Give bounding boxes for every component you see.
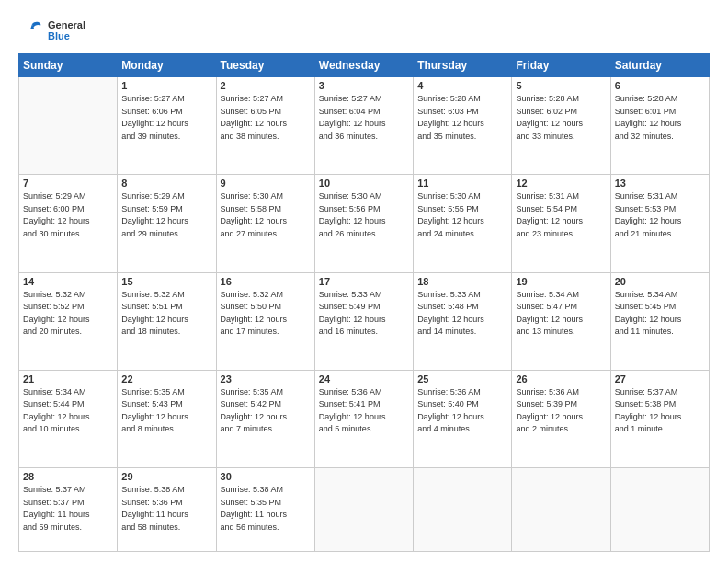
calendar-cell: 18Sunrise: 5:33 AM Sunset: 5:48 PM Dayli… — [414, 272, 512, 370]
day-number: 6 — [615, 80, 705, 91]
day-info: Sunrise: 5:30 AM Sunset: 5:58 PM Dayligh… — [221, 190, 311, 240]
day-info: Sunrise: 5:28 AM Sunset: 6:01 PM Dayligh… — [615, 93, 705, 143]
weekday-header-friday: Friday — [512, 54, 610, 77]
weekday-header-wednesday: Wednesday — [314, 54, 413, 77]
calendar-cell: 16Sunrise: 5:32 AM Sunset: 5:50 PM Dayli… — [216, 272, 314, 370]
weekday-header-row: SundayMondayTuesdayWednesdayThursdayFrid… — [19, 54, 710, 77]
weekday-header-saturday: Saturday — [610, 54, 709, 77]
calendar-cell: 25Sunrise: 5:36 AM Sunset: 5:40 PM Dayli… — [414, 370, 512, 467]
calendar-week-2: 14Sunrise: 5:32 AM Sunset: 5:52 PM Dayli… — [19, 272, 710, 370]
calendar-cell: 6Sunrise: 5:28 AM Sunset: 6:01 PM Daylig… — [610, 77, 709, 175]
day-info: Sunrise: 5:36 AM Sunset: 5:39 PM Dayligh… — [516, 386, 606, 436]
day-info: Sunrise: 5:38 AM Sunset: 5:36 PM Dayligh… — [121, 484, 211, 534]
calendar-cell: 13Sunrise: 5:31 AM Sunset: 5:53 PM Dayli… — [610, 175, 709, 272]
day-number: 24 — [319, 373, 409, 385]
day-info: Sunrise: 5:31 AM Sunset: 5:54 PM Dayligh… — [516, 190, 606, 240]
calendar-cell: 24Sunrise: 5:36 AM Sunset: 5:41 PM Dayli… — [314, 370, 413, 467]
day-number: 12 — [516, 178, 606, 189]
calendar-table: SundayMondayTuesdayWednesdayThursdayFrid… — [18, 53, 710, 552]
day-number: 5 — [516, 80, 606, 91]
logo-general: General — [48, 19, 85, 30]
day-number: 13 — [615, 178, 705, 189]
day-info: Sunrise: 5:28 AM Sunset: 6:02 PM Dayligh… — [516, 93, 606, 143]
day-info: Sunrise: 5:34 AM Sunset: 5:47 PM Dayligh… — [516, 289, 606, 339]
calendar-cell: 7Sunrise: 5:29 AM Sunset: 6:00 PM Daylig… — [19, 175, 118, 272]
day-info: Sunrise: 5:32 AM Sunset: 5:52 PM Dayligh… — [23, 289, 113, 339]
logo-bird-icon — [18, 17, 46, 44]
day-number: 28 — [23, 471, 113, 482]
calendar-cell: 30Sunrise: 5:38 AM Sunset: 5:35 PM Dayli… — [216, 468, 314, 552]
calendar-cell: 20Sunrise: 5:34 AM Sunset: 5:45 PM Dayli… — [610, 272, 709, 370]
day-info: Sunrise: 5:37 AM Sunset: 5:38 PM Dayligh… — [615, 386, 705, 436]
day-info: Sunrise: 5:34 AM Sunset: 5:44 PM Dayligh… — [23, 386, 113, 436]
calendar-cell: 22Sunrise: 5:35 AM Sunset: 5:43 PM Dayli… — [118, 370, 216, 467]
day-info: Sunrise: 5:38 AM Sunset: 5:35 PM Dayligh… — [221, 484, 311, 534]
day-number: 19 — [516, 276, 606, 287]
day-info: Sunrise: 5:33 AM Sunset: 5:48 PM Dayligh… — [417, 289, 507, 339]
calendar-cell: 17Sunrise: 5:33 AM Sunset: 5:49 PM Dayli… — [314, 272, 413, 370]
calendar-cell: 21Sunrise: 5:34 AM Sunset: 5:44 PM Dayli… — [19, 370, 118, 467]
calendar-cell: 28Sunrise: 5:37 AM Sunset: 5:37 PM Dayli… — [19, 468, 118, 552]
calendar-cell — [512, 468, 610, 552]
day-number: 10 — [319, 178, 409, 189]
weekday-header-thursday: Thursday — [414, 54, 512, 77]
calendar-week-1: 7Sunrise: 5:29 AM Sunset: 6:00 PM Daylig… — [19, 175, 710, 272]
day-number: 15 — [121, 276, 211, 287]
day-info: Sunrise: 5:31 AM Sunset: 5:53 PM Dayligh… — [615, 190, 705, 240]
day-info: Sunrise: 5:34 AM Sunset: 5:45 PM Dayligh… — [615, 289, 705, 339]
calendar-cell: 23Sunrise: 5:35 AM Sunset: 5:42 PM Dayli… — [216, 370, 314, 467]
day-info: Sunrise: 5:32 AM Sunset: 5:50 PM Dayligh… — [221, 289, 311, 339]
calendar-cell: 14Sunrise: 5:32 AM Sunset: 5:52 PM Dayli… — [19, 272, 118, 370]
day-number: 30 — [221, 471, 311, 482]
calendar-cell: 9Sunrise: 5:30 AM Sunset: 5:58 PM Daylig… — [216, 175, 314, 272]
day-info: Sunrise: 5:29 AM Sunset: 5:59 PM Dayligh… — [121, 190, 211, 240]
day-number: 29 — [121, 471, 211, 482]
day-number: 7 — [23, 178, 113, 189]
day-number: 11 — [417, 178, 507, 189]
day-number: 27 — [615, 373, 705, 385]
day-info: Sunrise: 5:36 AM Sunset: 5:40 PM Dayligh… — [417, 386, 507, 436]
calendar-cell: 29Sunrise: 5:38 AM Sunset: 5:36 PM Dayli… — [118, 468, 216, 552]
calendar-cell — [314, 468, 413, 552]
weekday-header-sunday: Sunday — [19, 54, 118, 77]
logo-blue: Blue — [48, 30, 85, 41]
day-number: 1 — [121, 80, 211, 91]
day-number: 8 — [121, 178, 211, 189]
calendar-cell: 27Sunrise: 5:37 AM Sunset: 5:38 PM Dayli… — [610, 370, 709, 467]
calendar-cell — [19, 77, 118, 175]
calendar-cell: 8Sunrise: 5:29 AM Sunset: 5:59 PM Daylig… — [118, 175, 216, 272]
weekday-header-tuesday: Tuesday — [216, 54, 314, 77]
day-info: Sunrise: 5:28 AM Sunset: 6:03 PM Dayligh… — [417, 93, 507, 143]
day-number: 17 — [319, 276, 409, 287]
calendar-week-3: 21Sunrise: 5:34 AM Sunset: 5:44 PM Dayli… — [19, 370, 710, 467]
logo: General Blue — [18, 17, 85, 44]
calendar-cell: 19Sunrise: 5:34 AM Sunset: 5:47 PM Dayli… — [512, 272, 610, 370]
day-number: 4 — [417, 80, 507, 91]
day-number: 25 — [417, 373, 507, 385]
calendar-cell: 2Sunrise: 5:27 AM Sunset: 6:05 PM Daylig… — [216, 77, 314, 175]
calendar-cell: 15Sunrise: 5:32 AM Sunset: 5:51 PM Dayli… — [118, 272, 216, 370]
calendar-cell — [610, 468, 709, 552]
calendar-cell: 10Sunrise: 5:30 AM Sunset: 5:56 PM Dayli… — [314, 175, 413, 272]
page: General Blue SundayMondayTuesdayWednesda… — [0, 0, 728, 563]
day-info: Sunrise: 5:37 AM Sunset: 5:37 PM Dayligh… — [23, 484, 113, 534]
day-info: Sunrise: 5:27 AM Sunset: 6:06 PM Dayligh… — [121, 93, 211, 143]
day-info: Sunrise: 5:32 AM Sunset: 5:51 PM Dayligh… — [121, 289, 211, 339]
calendar-cell: 5Sunrise: 5:28 AM Sunset: 6:02 PM Daylig… — [512, 77, 610, 175]
day-info: Sunrise: 5:27 AM Sunset: 6:05 PM Dayligh… — [221, 93, 311, 143]
calendar-week-0: 1Sunrise: 5:27 AM Sunset: 6:06 PM Daylig… — [19, 77, 710, 175]
calendar-cell: 4Sunrise: 5:28 AM Sunset: 6:03 PM Daylig… — [414, 77, 512, 175]
calendar-cell — [414, 468, 512, 552]
day-number: 23 — [221, 373, 311, 385]
day-number: 20 — [615, 276, 705, 287]
day-info: Sunrise: 5:35 AM Sunset: 5:43 PM Dayligh… — [121, 386, 211, 436]
day-number: 18 — [417, 276, 507, 287]
day-info: Sunrise: 5:30 AM Sunset: 5:56 PM Dayligh… — [319, 190, 409, 240]
day-info: Sunrise: 5:30 AM Sunset: 5:55 PM Dayligh… — [417, 190, 507, 240]
day-info: Sunrise: 5:36 AM Sunset: 5:41 PM Dayligh… — [319, 386, 409, 436]
calendar-cell: 26Sunrise: 5:36 AM Sunset: 5:39 PM Dayli… — [512, 370, 610, 467]
day-number: 14 — [23, 276, 113, 287]
calendar-cell: 3Sunrise: 5:27 AM Sunset: 6:04 PM Daylig… — [314, 77, 413, 175]
calendar-week-4: 28Sunrise: 5:37 AM Sunset: 5:37 PM Dayli… — [19, 468, 710, 552]
day-number: 16 — [221, 276, 311, 287]
